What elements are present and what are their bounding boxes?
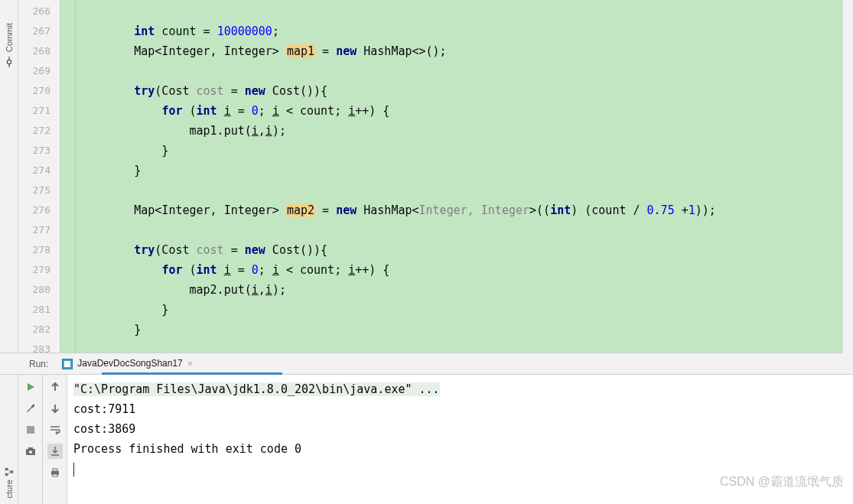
svg-rect-13 [53,469,57,471]
code-content[interactable]: int count = 10000000; Map<Integer, Integ… [76,0,853,353]
svg-rect-4 [5,473,8,476]
line-number: 276 [18,200,60,220]
line-number: 283 [18,340,60,353]
editor-area: Commit 266267268269270271272273274275276… [0,0,853,353]
line-number: 281 [18,300,60,320]
console-line: cost:3869 [73,419,847,439]
scroll-to-end-icon[interactable] [47,444,63,459]
code-line[interactable] [79,2,853,21]
line-number: 266 [18,2,60,21]
svg-rect-14 [53,474,57,476]
run-tab[interactable]: JavaDevDocSongShan17 [77,358,182,370]
line-number-gutter: 2662672682692702712722732742752762772782… [18,0,60,353]
vertical-scrollbar[interactable] [842,0,853,353]
stop-icon[interactable] [23,422,38,437]
rerun-icon[interactable] [23,379,38,395]
code-line[interactable]: try(Cost cost = new Cost()){ [79,240,853,260]
print-icon[interactable] [47,465,63,480]
svg-point-10 [29,450,32,454]
code-line[interactable]: try(Cost cost = new Cost()){ [79,81,853,101]
console-caret-line[interactable] [73,459,847,479]
run-header: Run: JavaDevDocSongShan17 × [0,353,853,375]
line-number: 274 [18,161,60,180]
code-line[interactable] [79,61,853,81]
code-line[interactable] [79,340,853,353]
line-number: 268 [18,41,60,61]
svg-rect-11 [28,447,33,450]
code-line[interactable]: Map<Integer, Integer> map2 = new HashMap… [79,200,853,220]
up-arrow-icon[interactable] [47,379,63,395]
commit-icon[interactable] [4,57,15,67]
run-panel: Run: JavaDevDocSongShan17 × cture [0,353,853,504]
line-number: 282 [18,320,60,340]
line-number: 277 [18,220,60,240]
soft-wrap-icon[interactable] [47,422,63,437]
line-number: 270 [18,81,60,101]
code-line[interactable]: } [79,320,853,340]
left-tool-strip: Commit [0,0,18,353]
console-line: "C:\Program Files\Java\jdk1.8.0_202\bin\… [73,379,847,399]
vcs-gutter [60,0,76,353]
structure-icon[interactable] [4,467,15,480]
code-line[interactable] [79,220,853,240]
run-body: cture [0,375,853,504]
camera-icon[interactable] [23,444,38,459]
svg-point-0 [7,60,11,63]
code-line[interactable]: for (int i = 0; i < count; i++) { [79,101,853,121]
code-line[interactable]: map1.put(i,i); [79,121,853,141]
console-line: cost:7911 [73,399,847,419]
line-number: 278 [18,240,60,260]
code-editor[interactable]: 2662672682692702712722732742752762772782… [18,0,853,353]
svg-rect-8 [27,426,34,434]
bottom-left-strip: cture [0,375,18,504]
line-number: 269 [18,61,60,81]
structure-tool-label[interactable]: cture [5,480,14,498]
line-number: 279 [18,260,60,280]
code-line[interactable]: } [79,161,853,180]
code-line[interactable]: } [79,141,853,161]
code-line[interactable]: Map<Integer, Integer> map1 = new HashMap… [79,41,853,61]
svg-line-7 [8,472,11,475]
code-line[interactable]: int count = 10000000; [79,21,853,41]
commit-tool-label[interactable]: Commit [5,23,14,52]
svg-rect-3 [5,467,8,470]
svg-line-6 [8,469,11,472]
run-toolbar-col1 [18,375,43,504]
line-number: 272 [18,121,60,141]
run-config-icon [62,359,73,369]
run-label: Run: [29,359,48,369]
line-number: 271 [18,101,60,121]
run-toolbar-col2 [43,375,67,504]
line-number: 273 [18,141,60,161]
down-arrow-icon[interactable] [47,401,63,416]
code-line[interactable]: } [79,300,853,320]
line-number: 275 [18,180,60,200]
svg-rect-5 [10,470,13,473]
close-tab-icon[interactable]: × [187,358,194,369]
code-line[interactable]: for (int i = 0; i < count; i++) { [79,260,853,280]
line-number: 280 [18,280,60,300]
wrench-icon[interactable] [23,401,38,416]
console-output[interactable]: "C:\Program Files\Java\jdk1.8.0_202\bin\… [67,375,853,504]
console-line: Process finished with exit code 0 [73,439,847,459]
line-number: 267 [18,21,60,41]
code-line[interactable]: map2.put(i,i); [79,280,853,300]
code-line[interactable] [79,180,853,200]
